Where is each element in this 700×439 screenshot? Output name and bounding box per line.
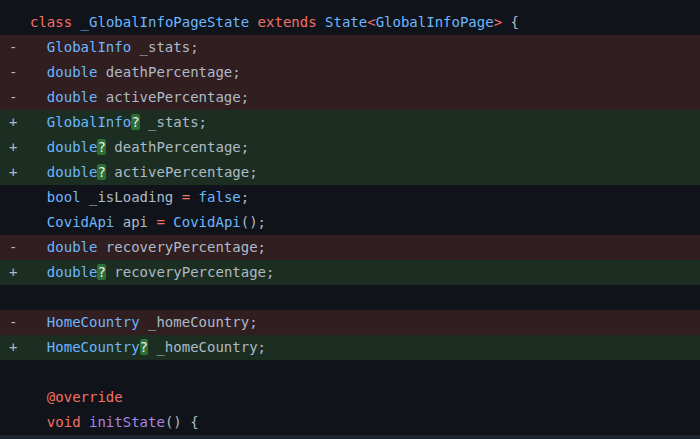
code-token <box>317 14 325 30</box>
code-token: class <box>30 14 72 30</box>
code-text: GlobalInfo _stats; <box>30 35 700 60</box>
code-token: ; <box>241 189 249 205</box>
code-text: GlobalInfo? _stats; <box>30 110 700 135</box>
code-token: api <box>114 214 156 230</box>
diff-marker-added: + <box>0 110 30 135</box>
nullable-question-highlight: ? <box>97 164 105 180</box>
code-token: recoveryPercentage; <box>106 264 275 280</box>
code-token: double <box>47 164 98 180</box>
code-token: GlobalInfo <box>47 114 131 130</box>
code-token: HomeCountry <box>47 339 140 355</box>
diff-line-removed: - HomeCountry _homeCountry; <box>0 310 700 335</box>
diff-lines: class _GlobalInfoPageState extends State… <box>0 10 700 435</box>
code-token: double <box>47 64 98 80</box>
diff-line-removed: - GlobalInfo _stats; <box>0 35 700 60</box>
code-token: @override <box>47 389 123 405</box>
code-token: deathPercentage; <box>97 64 240 80</box>
code-text: double? deathPercentage; <box>30 135 700 160</box>
diff-marker-added: + <box>0 335 30 360</box>
code-token: _stats; <box>140 114 207 130</box>
nullable-question-highlight: ? <box>97 139 105 155</box>
code-token: HomeCountry <box>47 314 140 330</box>
code-token: _GlobalInfoPageState <box>81 14 250 30</box>
code-token: deathPercentage; <box>106 139 249 155</box>
code-text: double? activePercentage; <box>30 160 700 185</box>
diff-marker-removed: - <box>0 85 30 110</box>
diff-line-context: @override <box>0 385 700 410</box>
code-token: State <box>325 14 367 30</box>
diff-line-added: + HomeCountry? _homeCountry; <box>0 335 700 360</box>
code-token: activePercentage; <box>106 164 258 180</box>
diff-line-context: CovidApi api = CovidApi(); <box>0 210 700 235</box>
diff-marker-removed: - <box>0 235 30 260</box>
code-token: _homeCountry; <box>148 339 266 355</box>
code-token: () { <box>165 414 199 430</box>
code-token: GlobalInfo <box>47 39 131 55</box>
code-token: initState <box>89 414 165 430</box>
code-text: CovidApi api = CovidApi(); <box>30 210 700 235</box>
code-token: CovidApi <box>47 214 114 230</box>
code-token: _stats; <box>131 39 198 55</box>
diff-line-context: class _GlobalInfoPageState extends State… <box>0 10 700 35</box>
code-token: double <box>47 264 98 280</box>
code-token: _isLoading <box>81 189 182 205</box>
code-text: class _GlobalInfoPageState extends State… <box>30 10 700 35</box>
code-token: GlobalInfoPage <box>376 14 494 30</box>
nullable-question-highlight: ? <box>140 339 148 355</box>
diff-line-added: + double? recoveryPercentage; <box>0 260 700 285</box>
code-token: = <box>156 214 164 230</box>
diff-line-added: + double? deathPercentage; <box>0 135 700 160</box>
code-token: < <box>367 14 375 30</box>
code-text: double? recoveryPercentage; <box>30 260 700 285</box>
code-text: HomeCountry? _homeCountry; <box>30 335 700 360</box>
code-text: HomeCountry _homeCountry; <box>30 310 700 335</box>
code-token <box>81 414 89 430</box>
diff-marker-added: + <box>0 135 30 160</box>
diff-line-context <box>0 285 700 310</box>
diff-marker-added: + <box>0 260 30 285</box>
diff-line-removed: - double recoveryPercentage; <box>0 235 700 260</box>
partial-next-line <box>0 435 700 439</box>
code-text: double recoveryPercentage; <box>30 235 700 260</box>
diff-marker-removed: - <box>0 310 30 335</box>
code-token: recoveryPercentage; <box>97 239 266 255</box>
code-token: false <box>199 189 241 205</box>
diff-line-removed: - double deathPercentage; <box>0 60 700 85</box>
code-token: = <box>182 189 190 205</box>
code-token: bool <box>47 189 81 205</box>
diff-marker-added: + <box>0 160 30 185</box>
code-text: bool _isLoading = false; <box>30 185 700 210</box>
nullable-question-highlight: ? <box>97 264 105 280</box>
code-token: > <box>494 14 502 30</box>
diff-marker-removed: - <box>0 60 30 85</box>
code-token <box>72 14 80 30</box>
code-token: { <box>502 14 519 30</box>
diff-line-removed: - double activePercentage; <box>0 85 700 110</box>
code-token: _homeCountry; <box>140 314 258 330</box>
diff-editor[interactable]: class _GlobalInfoPageState extends State… <box>0 0 700 439</box>
diff-line-context: bool _isLoading = false; <box>0 185 700 210</box>
code-text: void initState() { <box>30 410 700 435</box>
code-token: double <box>47 239 98 255</box>
diff-line-added: + GlobalInfo? _stats; <box>0 110 700 135</box>
code-token: double <box>47 139 98 155</box>
code-token <box>190 189 198 205</box>
code-token: void <box>47 414 81 430</box>
code-token <box>249 14 257 30</box>
code-token: CovidApi <box>173 214 240 230</box>
diff-line-context <box>0 360 700 385</box>
code-token: extends <box>258 14 317 30</box>
code-token: double <box>47 89 98 105</box>
code-text: @override <box>30 385 700 410</box>
editor-top-padding <box>0 0 700 10</box>
diff-marker-removed: - <box>0 35 30 60</box>
code-token: (); <box>241 214 266 230</box>
nullable-question-highlight: ? <box>131 114 139 130</box>
diff-line-added: + double? activePercentage; <box>0 160 700 185</box>
code-token: activePercentage; <box>97 89 249 105</box>
code-text: double deathPercentage; <box>30 60 700 85</box>
diff-line-context: void initState() { <box>0 410 700 435</box>
code-text: double activePercentage; <box>30 85 700 110</box>
